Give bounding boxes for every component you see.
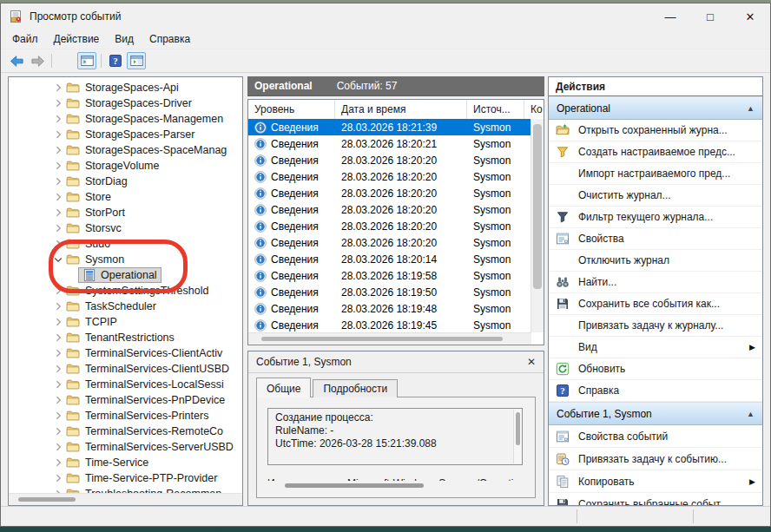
tree-item-storagespaces-driver[interactable]: StorageSpaces-Driver (9, 95, 242, 111)
event-row[interactable]: Сведения28.03.2026 18:20:21Sysmon (248, 135, 531, 152)
event-row[interactable]: Сведения28.03.2026 18:20:20Sysmon (248, 201, 531, 218)
chevron-right-icon[interactable] (52, 456, 64, 469)
tree-item-stordiag[interactable]: StorDiag (9, 174, 242, 189)
collapse-icon[interactable]: ▲ (747, 104, 755, 113)
column-header-level[interactable]: Уровень (248, 100, 335, 119)
chevron-right-icon[interactable] (52, 300, 64, 312)
scrollbar-thumb[interactable] (18, 497, 76, 502)
chevron-right-icon[interactable] (52, 347, 64, 359)
chevron-right-icon[interactable] (52, 128, 64, 141)
action-item-save-all-events-as[interactable]: Сохранить все события как... (549, 293, 762, 315)
event-row[interactable]: Сведения28.03.2026 18:20:20Sysmon (248, 218, 531, 234)
tree-item-sudo[interactable]: Sudo (9, 236, 242, 252)
tree-item-taskscheduler[interactable]: TaskScheduler (9, 299, 242, 314)
action-item-properties[interactable]: Свойства (549, 228, 762, 250)
action-item-open-saved-log[interactable]: Открыть сохраненный журна... (549, 120, 762, 141)
action-item-refresh[interactable]: Обновить (549, 358, 762, 380)
chevron-right-icon[interactable] (52, 82, 64, 94)
action-item-attach-task-to-event[interactable]: Привязать задачу к событию... (549, 448, 762, 470)
chevron-right-icon[interactable] (52, 363, 64, 375)
scrollbar-thumb[interactable] (516, 412, 520, 445)
tree-item-storsvc[interactable]: Storsvc (9, 220, 242, 236)
event-row[interactable]: Сведения28.03.2026 18:19:58Sysmon (248, 267, 531, 284)
tree-item-terminalservices-serverusbd[interactable]: TerminalServices-ServerUSBD (9, 439, 242, 455)
chevron-right-icon[interactable] (52, 207, 64, 219)
event-row[interactable]: Сведения28.03.2026 18:19:45Sysmon (248, 317, 531, 332)
action-item-view[interactable]: Вид▶ (549, 337, 762, 358)
chevron-right-icon[interactable] (52, 472, 64, 484)
event-description-box[interactable]: Создание процесса:RuleName: -UtcTime: 20… (267, 408, 523, 465)
tab-general[interactable]: Общие (256, 378, 311, 397)
tree-item-terminalservices-localsessi[interactable]: TerminalServices-LocalSessi (9, 377, 242, 392)
action-item-filter-current-log[interactable]: Фильтр текущего журнала... (549, 207, 762, 228)
description-vertical-scrollbar[interactable] (513, 410, 522, 463)
event-list-horizontal-scrollbar[interactable] (248, 332, 531, 345)
action-item-create-custom-view[interactable]: Создать настраиваемое предс... (549, 141, 762, 163)
tree-item-sysmon[interactable]: Sysmon (9, 252, 242, 267)
title-bar[interactable]: Просмотр событий — □ ✕ (1, 3, 770, 30)
action-item-event-properties[interactable]: Свойства событий (549, 425, 762, 448)
tree-item-tenantrestrictions[interactable]: TenantRestrictions (9, 330, 242, 345)
chevron-right-icon[interactable] (52, 175, 64, 187)
tree-item-storagespaces-managemen[interactable]: StorageSpaces-Managemen (9, 111, 242, 127)
event-list-vertical-scrollbar[interactable] (530, 119, 544, 332)
tree-item-time-service[interactable]: Time-Service (9, 455, 242, 470)
chevron-right-icon[interactable] (52, 441, 64, 453)
event-row[interactable]: Сведения28.03.2026 18:20:14Sysmon (248, 251, 531, 267)
tree-horizontal-scrollbar[interactable] (9, 493, 242, 505)
event-row[interactable]: Сведения28.03.2026 18:20:20Sysmon (248, 168, 531, 185)
chevron-right-icon[interactable] (52, 394, 64, 406)
section-header-operational[interactable]: Operational▲ (549, 96, 762, 120)
tree-item-operational[interactable]: Operational (9, 267, 242, 283)
column-header-eventid[interactable]: Ко (524, 100, 544, 119)
chevron-right-icon[interactable] (52, 238, 64, 250)
action-item-save-selected-events[interactable]: Сохранить выбранные событ... (549, 493, 762, 506)
chevron-right-icon[interactable] (52, 332, 64, 344)
chevron-down-icon[interactable] (52, 253, 64, 266)
chevron-right-icon[interactable] (52, 222, 64, 234)
tree-item-terminalservices-pnpdevice[interactable]: TerminalServices-PnPDevice (9, 392, 242, 408)
tab-details[interactable]: Подробности (313, 379, 398, 397)
back-icon[interactable] (7, 52, 26, 69)
event-row[interactable]: Сведения28.03.2026 18:20:20Sysmon (248, 185, 531, 201)
close-preview-icon[interactable]: ✕ (527, 356, 536, 368)
event-row[interactable]: Сведения28.03.2026 18:20:20Sysmon (248, 152, 531, 168)
chevron-right-icon[interactable] (52, 316, 64, 328)
maximize-button[interactable]: □ (690, 3, 730, 30)
menu-help[interactable]: Справка (142, 31, 198, 47)
chevron-right-icon[interactable] (52, 160, 64, 172)
minimize-button[interactable]: — (650, 3, 690, 30)
chevron-right-icon[interactable] (52, 425, 64, 437)
tree-item-time-service-ptp-provider[interactable]: Time-Service-PTP-Provider (9, 470, 242, 486)
tree-item-storagespaces-spacemanag[interactable]: StorageSpaces-SpaceManag (9, 142, 242, 158)
tree-item-store[interactable]: Store (9, 189, 242, 205)
chevron-right-icon[interactable] (52, 97, 64, 109)
action-item-disable-log[interactable]: Отключить журнал (549, 250, 762, 272)
event-row[interactable]: Сведения28.03.2026 18:21:39Sysmon (248, 119, 531, 135)
chevron-right-icon[interactable] (52, 378, 64, 391)
show-console-tree-icon[interactable] (77, 52, 96, 69)
help-icon[interactable]: ? (106, 52, 125, 69)
scrollbar-thumb[interactable] (285, 483, 424, 488)
scrollbar-thumb[interactable] (533, 124, 542, 289)
collapse-icon[interactable]: ▲ (747, 410, 755, 418)
tree-item-terminalservices-clientusbd[interactable]: TerminalServices-ClientUSBD (9, 361, 242, 377)
tree-item-terminalservices-printers[interactable]: TerminalServices-Printers (9, 408, 242, 424)
action-item-help[interactable]: ?Справка (549, 380, 762, 402)
tree-item-storagespaces-parser[interactable]: StorageSpaces-Parser (9, 127, 242, 142)
tree-item-storagevolume[interactable]: StorageVolume (9, 158, 242, 174)
forward-icon[interactable] (28, 52, 47, 69)
menu-file[interactable]: Файл (4, 31, 46, 47)
tree-item-storagespaces-api[interactable]: StorageSpaces-Api (9, 80, 242, 95)
chevron-right-icon[interactable] (52, 285, 64, 297)
action-item-attach-task-to-log[interactable]: Привязать задачу к журналу... (549, 315, 762, 337)
chevron-right-icon[interactable] (52, 410, 64, 422)
chevron-right-icon[interactable] (52, 191, 64, 203)
close-button[interactable]: ✕ (730, 3, 770, 30)
chevron-right-icon[interactable] (52, 113, 64, 125)
action-item-copy[interactable]: Копировать▶ (549, 470, 762, 493)
tree-item-terminalservices-clientactiv[interactable]: TerminalServices-ClientActiv (9, 345, 242, 361)
column-header-datetime[interactable]: Дата и время (335, 100, 467, 119)
column-header-source[interactable]: Источ... (467, 100, 524, 119)
action-item-find[interactable]: Найти... (549, 272, 762, 293)
